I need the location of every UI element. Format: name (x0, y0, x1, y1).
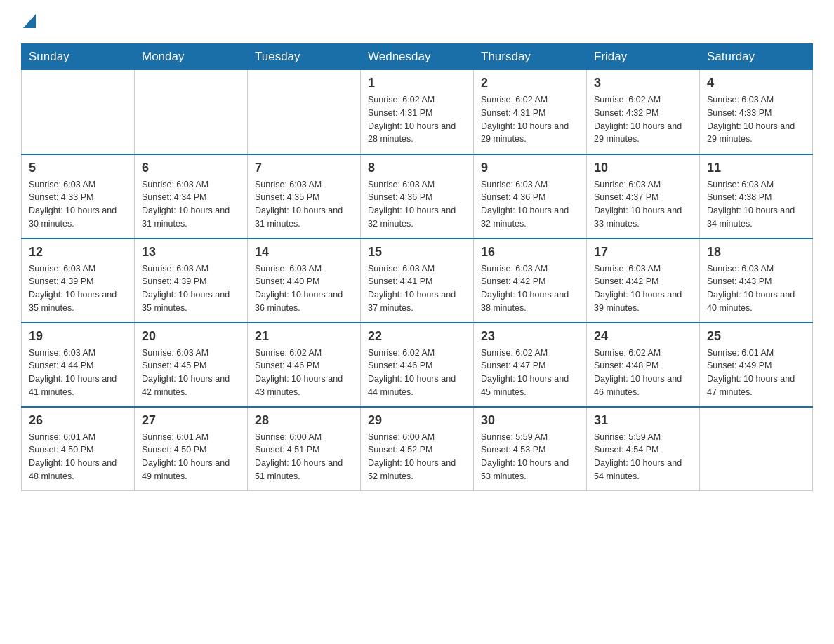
day-number: 1 (368, 76, 466, 90)
week-row-3: 12Sunrise: 6:03 AM Sunset: 4:39 PM Dayli… (22, 239, 813, 323)
calendar-cell: 15Sunrise: 6:03 AM Sunset: 4:41 PM Dayli… (361, 239, 474, 323)
day-number: 12 (29, 245, 127, 260)
calendar-cell: 28Sunrise: 6:00 AM Sunset: 4:51 PM Dayli… (248, 407, 361, 491)
calendar-cell: 21Sunrise: 6:02 AM Sunset: 4:46 PM Dayli… (248, 323, 361, 407)
day-number: 15 (368, 245, 466, 260)
day-number: 16 (481, 245, 579, 260)
day-number: 18 (707, 245, 805, 260)
calendar-cell: 2Sunrise: 6:02 AM Sunset: 4:31 PM Daylig… (474, 70, 587, 154)
calendar-cell: 9Sunrise: 6:03 AM Sunset: 4:36 PM Daylig… (474, 154, 587, 239)
calendar-cell: 30Sunrise: 5:59 AM Sunset: 4:53 PM Dayli… (474, 407, 587, 491)
day-number: 30 (481, 413, 579, 428)
day-info: Sunrise: 6:03 AM Sunset: 4:33 PM Dayligh… (29, 178, 127, 231)
day-number: 28 (255, 413, 353, 428)
day-info: Sunrise: 6:03 AM Sunset: 4:41 PM Dayligh… (368, 262, 466, 315)
day-number: 10 (594, 161, 692, 175)
logo-triangle-icon (23, 14, 36, 28)
calendar-cell: 23Sunrise: 6:02 AM Sunset: 4:47 PM Dayli… (474, 323, 587, 407)
day-number: 26 (29, 413, 127, 428)
calendar-cell (22, 70, 135, 154)
day-header-sunday: Sunday (22, 44, 135, 70)
day-number: 20 (142, 329, 240, 344)
day-info: Sunrise: 6:03 AM Sunset: 4:43 PM Dayligh… (707, 262, 805, 315)
day-number: 25 (707, 329, 805, 344)
day-info: Sunrise: 6:01 AM Sunset: 4:50 PM Dayligh… (29, 431, 127, 483)
calendar-cell: 18Sunrise: 6:03 AM Sunset: 4:43 PM Dayli… (700, 239, 813, 323)
calendar-cell (248, 70, 361, 154)
calendar-cell: 14Sunrise: 6:03 AM Sunset: 4:40 PM Dayli… (248, 239, 361, 323)
day-info: Sunrise: 6:01 AM Sunset: 4:50 PM Dayligh… (142, 431, 240, 483)
day-info: Sunrise: 6:03 AM Sunset: 4:45 PM Dayligh… (142, 347, 240, 399)
day-number: 11 (707, 161, 805, 175)
week-row-5: 26Sunrise: 6:01 AM Sunset: 4:50 PM Dayli… (22, 407, 813, 491)
calendar-cell: 12Sunrise: 6:03 AM Sunset: 4:39 PM Dayli… (22, 239, 135, 323)
day-number: 21 (255, 329, 353, 344)
day-info: Sunrise: 6:01 AM Sunset: 4:49 PM Dayligh… (707, 347, 805, 399)
day-info: Sunrise: 6:02 AM Sunset: 4:47 PM Dayligh… (481, 347, 579, 399)
day-number: 31 (594, 413, 692, 428)
calendar-cell (135, 70, 248, 154)
day-number: 19 (29, 329, 127, 344)
day-number: 5 (29, 161, 127, 175)
day-info: Sunrise: 6:03 AM Sunset: 4:37 PM Dayligh… (594, 178, 692, 231)
day-number: 24 (594, 329, 692, 344)
calendar-cell: 25Sunrise: 6:01 AM Sunset: 4:49 PM Dayli… (700, 323, 813, 407)
week-row-2: 5Sunrise: 6:03 AM Sunset: 4:33 PM Daylig… (22, 154, 813, 239)
day-info: Sunrise: 6:03 AM Sunset: 4:36 PM Dayligh… (481, 178, 579, 231)
calendar-cell: 4Sunrise: 6:03 AM Sunset: 4:33 PM Daylig… (700, 70, 813, 154)
calendar-cell: 3Sunrise: 6:02 AM Sunset: 4:32 PM Daylig… (587, 70, 700, 154)
calendar-cell: 7Sunrise: 6:03 AM Sunset: 4:35 PM Daylig… (248, 154, 361, 239)
calendar-cell: 29Sunrise: 6:00 AM Sunset: 4:52 PM Dayli… (361, 407, 474, 491)
calendar-cell (700, 407, 813, 491)
day-number: 14 (255, 245, 353, 260)
calendar-cell: 11Sunrise: 6:03 AM Sunset: 4:38 PM Dayli… (700, 154, 813, 239)
calendar-table: SundayMondayTuesdayWednesdayThursdayFrid… (21, 43, 813, 491)
day-info: Sunrise: 6:03 AM Sunset: 4:39 PM Dayligh… (29, 262, 127, 315)
day-info: Sunrise: 6:03 AM Sunset: 4:38 PM Dayligh… (707, 178, 805, 231)
day-info: Sunrise: 5:59 AM Sunset: 4:53 PM Dayligh… (481, 431, 579, 483)
day-info: Sunrise: 6:00 AM Sunset: 4:51 PM Dayligh… (255, 431, 353, 483)
day-number: 13 (142, 245, 240, 260)
day-info: Sunrise: 6:02 AM Sunset: 4:48 PM Dayligh… (594, 347, 692, 399)
week-row-1: 1Sunrise: 6:02 AM Sunset: 4:31 PM Daylig… (22, 70, 813, 154)
calendar-header-row: SundayMondayTuesdayWednesdayThursdayFrid… (22, 44, 813, 70)
page-header (21, 14, 813, 29)
day-number: 4 (707, 76, 805, 90)
day-info: Sunrise: 6:03 AM Sunset: 4:34 PM Dayligh… (142, 178, 240, 231)
calendar-cell: 27Sunrise: 6:01 AM Sunset: 4:50 PM Dayli… (135, 407, 248, 491)
day-number: 27 (142, 413, 240, 428)
day-header-thursday: Thursday (474, 44, 587, 70)
day-info: Sunrise: 6:03 AM Sunset: 4:42 PM Dayligh… (481, 262, 579, 315)
calendar-cell: 6Sunrise: 6:03 AM Sunset: 4:34 PM Daylig… (135, 154, 248, 239)
calendar-cell: 13Sunrise: 6:03 AM Sunset: 4:39 PM Dayli… (135, 239, 248, 323)
day-number: 9 (481, 161, 579, 175)
day-info: Sunrise: 6:02 AM Sunset: 4:32 PM Dayligh… (594, 93, 692, 146)
calendar-cell: 5Sunrise: 6:03 AM Sunset: 4:33 PM Daylig… (22, 154, 135, 239)
day-info: Sunrise: 6:03 AM Sunset: 4:36 PM Dayligh… (368, 178, 466, 231)
day-info: Sunrise: 6:03 AM Sunset: 4:42 PM Dayligh… (594, 262, 692, 315)
day-header-tuesday: Tuesday (248, 44, 361, 70)
calendar-cell: 10Sunrise: 6:03 AM Sunset: 4:37 PM Dayli… (587, 154, 700, 239)
day-info: Sunrise: 6:02 AM Sunset: 4:31 PM Dayligh… (368, 93, 466, 146)
day-number: 23 (481, 329, 579, 344)
calendar-cell: 8Sunrise: 6:03 AM Sunset: 4:36 PM Daylig… (361, 154, 474, 239)
day-info: Sunrise: 6:03 AM Sunset: 4:35 PM Dayligh… (255, 178, 353, 231)
day-header-saturday: Saturday (700, 44, 813, 70)
week-row-4: 19Sunrise: 6:03 AM Sunset: 4:44 PM Dayli… (22, 323, 813, 407)
day-info: Sunrise: 6:03 AM Sunset: 4:33 PM Dayligh… (707, 93, 805, 146)
calendar-cell: 1Sunrise: 6:02 AM Sunset: 4:31 PM Daylig… (361, 70, 474, 154)
calendar-cell: 31Sunrise: 5:59 AM Sunset: 4:54 PM Dayli… (587, 407, 700, 491)
calendar-cell: 26Sunrise: 6:01 AM Sunset: 4:50 PM Dayli… (22, 407, 135, 491)
day-info: Sunrise: 5:59 AM Sunset: 4:54 PM Dayligh… (594, 431, 692, 483)
day-number: 6 (142, 161, 240, 175)
day-info: Sunrise: 6:00 AM Sunset: 4:52 PM Dayligh… (368, 431, 466, 483)
day-info: Sunrise: 6:03 AM Sunset: 4:40 PM Dayligh… (255, 262, 353, 315)
day-number: 29 (368, 413, 466, 428)
day-number: 7 (255, 161, 353, 175)
day-info: Sunrise: 6:02 AM Sunset: 4:46 PM Dayligh… (255, 347, 353, 399)
day-info: Sunrise: 6:02 AM Sunset: 4:46 PM Dayligh… (368, 347, 466, 399)
day-number: 22 (368, 329, 466, 344)
calendar-cell: 22Sunrise: 6:02 AM Sunset: 4:46 PM Dayli… (361, 323, 474, 407)
calendar-cell: 19Sunrise: 6:03 AM Sunset: 4:44 PM Dayli… (22, 323, 135, 407)
calendar-cell: 20Sunrise: 6:03 AM Sunset: 4:45 PM Dayli… (135, 323, 248, 407)
